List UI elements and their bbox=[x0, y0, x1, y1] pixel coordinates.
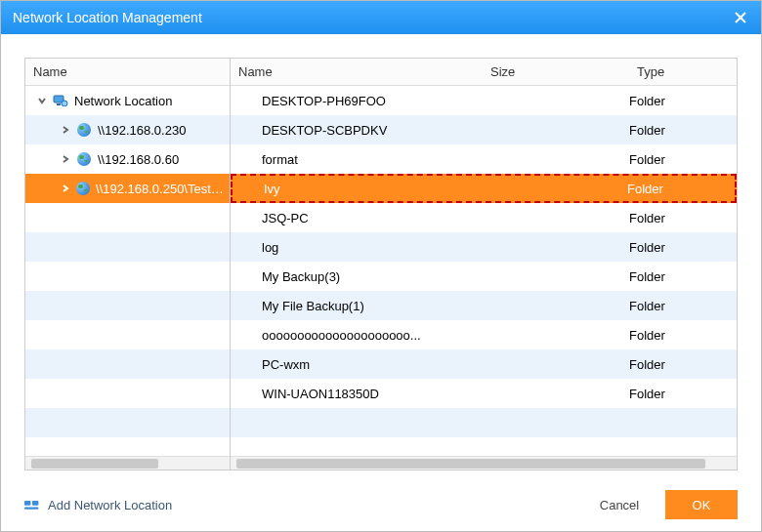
cell-type: Folder bbox=[629, 94, 737, 108]
folder-icon bbox=[238, 269, 254, 283]
tree-empty-row bbox=[25, 408, 230, 437]
cell-name: My File Backup(1) bbox=[231, 299, 483, 313]
cell-name: log bbox=[231, 240, 483, 255]
title-bar: Network Location Management bbox=[1, 1, 761, 34]
cell-name-text: ooooooooooooooooooooo... bbox=[262, 328, 421, 343]
tree-node[interactable]: \\192.168.0.60 bbox=[25, 144, 230, 174]
col-header-size[interactable]: Size bbox=[483, 64, 629, 79]
list-item[interactable]: My Backup(3)Folder bbox=[231, 262, 737, 291]
file-list[interactable]: DESKTOP-PH69FOOFolderDESKTOP-SCBPDKVFold… bbox=[231, 86, 737, 456]
globe-icon bbox=[76, 122, 92, 138]
tree-node[interactable]: Network Location bbox=[25, 86, 230, 115]
list-item[interactable]: formatFolder bbox=[231, 144, 737, 174]
globe-icon bbox=[76, 151, 92, 167]
cell-type: Folder bbox=[629, 240, 737, 255]
cell-type: Folder bbox=[629, 299, 737, 313]
cell-type: Folder bbox=[629, 387, 737, 401]
svg-rect-6 bbox=[32, 501, 38, 506]
folder-icon bbox=[238, 240, 254, 254]
cell-name-text: format bbox=[262, 152, 298, 167]
tree-node[interactable]: \\192.168.0.230 bbox=[25, 115, 230, 144]
list-scrollbar-x[interactable] bbox=[231, 456, 737, 470]
svg-rect-5 bbox=[24, 501, 30, 506]
folder-icon bbox=[238, 299, 254, 312]
globe-icon bbox=[75, 181, 90, 196]
cell-name: Ivy bbox=[233, 182, 481, 196]
cell-name-text: My File Backup(1) bbox=[262, 299, 364, 313]
footer: Add Network Location Cancel OK bbox=[1, 478, 761, 531]
cell-name: ooooooooooooooooooooo... bbox=[231, 328, 483, 343]
folder-icon bbox=[238, 328, 254, 342]
cell-name: JSQ-PC bbox=[231, 211, 483, 225]
cell-name-text: Ivy bbox=[264, 182, 280, 196]
tree-panel: Name Network Location\\192.168.0.230\\19… bbox=[25, 59, 231, 470]
cancel-button[interactable]: Cancel bbox=[583, 490, 656, 519]
tree-empty-row bbox=[25, 232, 230, 262]
list-item[interactable]: IvyFolder bbox=[231, 174, 737, 203]
tree-empty-row bbox=[25, 349, 230, 379]
cell-type: Folder bbox=[629, 269, 737, 284]
tree[interactable]: Network Location\\192.168.0.230\\192.168… bbox=[25, 86, 230, 456]
list-scroll-thumb[interactable] bbox=[236, 459, 705, 469]
tree-node-label: \\192.168.0.250\TestSh… bbox=[96, 182, 230, 196]
cell-name: DESKTOP-SCBPDKV bbox=[231, 123, 483, 138]
tree-empty-row bbox=[25, 203, 230, 232]
cell-name-text: log bbox=[262, 240, 278, 255]
list-item[interactable]: DESKTOP-SCBPDKVFolder bbox=[231, 115, 737, 144]
cell-name-text: WIN-UAON118350D bbox=[262, 387, 379, 401]
cell-type: Folder bbox=[629, 152, 737, 167]
tree-header-name[interactable]: Name bbox=[25, 64, 230, 79]
list-panel: Name Size Type DESKTOP-PH69FOOFolderDESK… bbox=[231, 59, 737, 470]
ok-button[interactable]: OK bbox=[665, 490, 738, 519]
folder-icon bbox=[238, 123, 254, 137]
network-location-icon bbox=[24, 499, 40, 511]
close-icon bbox=[735, 12, 746, 23]
svg-point-4 bbox=[62, 101, 67, 106]
tree-node[interactable]: \\192.168.0.250\TestSh… bbox=[25, 174, 230, 203]
svg-rect-3 bbox=[57, 103, 61, 105]
list-item[interactable]: DESKTOP-PH69FOOFolder bbox=[231, 86, 737, 115]
folder-icon bbox=[238, 357, 254, 371]
col-header-name[interactable]: Name bbox=[231, 64, 483, 79]
tree-empty-row bbox=[25, 262, 230, 291]
cell-type: Folder bbox=[627, 182, 735, 196]
split-panes: Name Network Location\\192.168.0.230\\19… bbox=[24, 58, 738, 471]
svg-rect-7 bbox=[24, 507, 38, 509]
cell-name-text: DESKTOP-SCBPDKV bbox=[262, 123, 387, 138]
cell-name: DESKTOP-PH69FOO bbox=[231, 94, 483, 108]
list-item[interactable]: JSQ-PCFolder bbox=[231, 203, 737, 232]
cell-type: Folder bbox=[629, 211, 737, 225]
cell-name-text: PC-wxm bbox=[262, 357, 310, 372]
chevron-down-icon[interactable] bbox=[35, 94, 49, 107]
add-network-location-label: Add Network Location bbox=[48, 498, 172, 512]
cell-name: My Backup(3) bbox=[231, 269, 483, 284]
cell-type: Folder bbox=[629, 123, 737, 138]
tree-empty-row bbox=[25, 291, 230, 320]
chevron-right-icon[interactable] bbox=[59, 182, 71, 195]
list-item[interactable]: WIN-UAON118350DFolder bbox=[231, 379, 737, 408]
list-item[interactable]: My File Backup(1)Folder bbox=[231, 291, 737, 320]
folder-icon bbox=[238, 94, 254, 107]
cell-name-text: JSQ-PC bbox=[262, 211, 309, 225]
chevron-right-icon[interactable] bbox=[59, 152, 72, 166]
tree-node-label: \\192.168.0.230 bbox=[98, 123, 186, 138]
tree-scroll-thumb[interactable] bbox=[31, 459, 158, 469]
list-item[interactable]: PC-wxmFolder bbox=[231, 349, 737, 379]
folder-icon bbox=[238, 211, 254, 225]
cell-type: Folder bbox=[629, 357, 737, 372]
list-item[interactable]: logFolder bbox=[231, 232, 737, 262]
tree-empty-row bbox=[25, 379, 230, 408]
cell-type: Folder bbox=[629, 328, 737, 343]
folder-icon bbox=[240, 182, 256, 195]
cell-name: format bbox=[231, 152, 483, 167]
close-button[interactable] bbox=[732, 9, 749, 26]
list-empty-row bbox=[231, 408, 737, 437]
dialog-body: Name Network Location\\192.168.0.230\\19… bbox=[1, 34, 761, 478]
tree-header: Name bbox=[25, 59, 230, 86]
list-header: Name Size Type bbox=[231, 59, 737, 86]
col-header-type[interactable]: Type bbox=[629, 64, 737, 79]
chevron-right-icon[interactable] bbox=[59, 123, 72, 137]
tree-scrollbar-x[interactable] bbox=[25, 456, 230, 470]
add-network-location-link[interactable]: Add Network Location bbox=[24, 498, 172, 512]
list-item[interactable]: ooooooooooooooooooooo...Folder bbox=[231, 320, 737, 349]
